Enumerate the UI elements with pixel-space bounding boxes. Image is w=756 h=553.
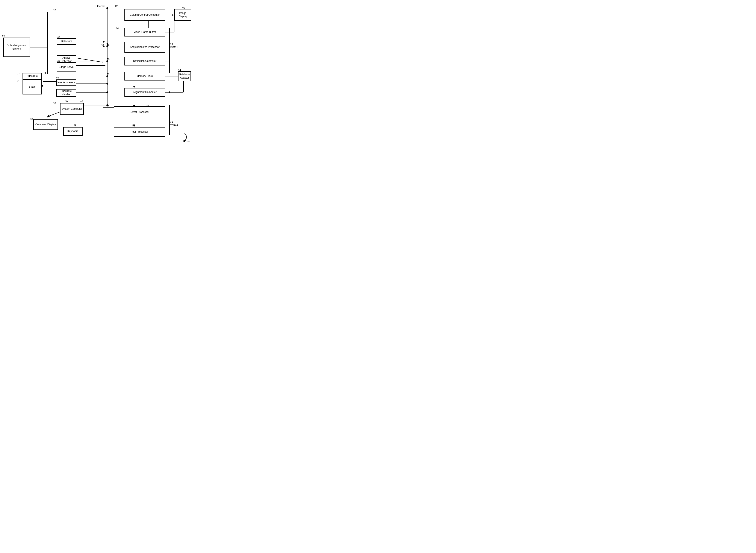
detectors-label: Detectors xyxy=(61,40,72,43)
analog-deflection-label: Analog Deflection xyxy=(57,56,76,63)
defect-ref-21: 21 xyxy=(107,105,109,108)
stage-ref: 24 xyxy=(17,79,19,82)
svg-marker-49 xyxy=(44,72,46,74)
acquisition-pre-label: Acquisition Pre Processor xyxy=(130,46,159,49)
system-computer-label: System Computer xyxy=(62,107,82,111)
image-display-box: Image Display xyxy=(174,9,191,21)
database-adaptor-label: Database Adaptor xyxy=(179,73,190,79)
defl-ref-50: 50 xyxy=(107,58,109,61)
keyboard-label: Keyboard xyxy=(67,130,78,133)
stage-box: Stage xyxy=(22,79,42,94)
computer-display-ref: 38 xyxy=(30,117,33,121)
interferometers-box: Interferometers xyxy=(56,79,76,86)
keyboard-box: Keyboard xyxy=(63,127,83,136)
svg-point-55 xyxy=(106,83,108,85)
svg-marker-40 xyxy=(47,115,50,117)
svg-marker-42 xyxy=(74,125,76,127)
substrate-handler-label: Substrate Handler xyxy=(57,89,76,96)
stage-servo-box: Stage Servo xyxy=(57,62,76,72)
alignment-computer-label: Alignment Computer xyxy=(133,91,157,94)
computer-display-box: Computer Display xyxy=(33,119,58,130)
database-adaptor-ref: 54 xyxy=(178,69,181,72)
column-control-box: Column Control Computer xyxy=(124,9,165,21)
defect-ref-56: 56 xyxy=(146,105,149,108)
svg-point-38 xyxy=(106,91,108,93)
num40-label: 40 xyxy=(80,100,83,103)
ethernet-label: Ethernet xyxy=(95,5,105,8)
acq-ref-30: 30 xyxy=(101,44,104,47)
svg-marker-51 xyxy=(54,81,56,82)
detectors-ref: 32 xyxy=(57,35,60,38)
column-control-label: Column Control Computer xyxy=(130,13,160,17)
column-ref: 20 xyxy=(53,9,56,12)
alignment-computer-box: Alignment Computer xyxy=(124,88,165,97)
post-ref-58: 58 xyxy=(132,124,135,127)
acquisition-pre-box: Acquisition Pre Processor xyxy=(124,42,165,53)
optical-alignment-label: Optical Alignment System xyxy=(4,44,30,51)
video-frame-buffer-label: Video Frame Buffer xyxy=(134,30,156,34)
ethernet-ref: 42 xyxy=(115,5,117,8)
vme2-label: 31 VME 2 xyxy=(170,120,178,126)
substrate-label: Substrate xyxy=(27,75,37,78)
video-frame-buffer-box: Video Frame Buffer xyxy=(124,28,165,36)
computer-display-label: Computer Display xyxy=(35,123,56,126)
diagram: Optical Alignment System 22 Column 20 Su… xyxy=(0,0,193,142)
mem-ref-52: 52 xyxy=(107,73,109,76)
stage-servo-label: Stage Servo xyxy=(60,66,74,69)
database-adaptor-box: Database Adaptor xyxy=(178,71,191,81)
stage-servo-ref: 26 xyxy=(57,60,60,63)
deflection-controller-label: Deflection Controller xyxy=(133,60,157,63)
substrate-box: Substrate xyxy=(22,73,42,79)
svg-line-58 xyxy=(76,58,103,62)
svg-point-30 xyxy=(169,91,170,93)
svg-point-57 xyxy=(106,91,108,93)
image-display-label: Image Display xyxy=(175,12,191,18)
vme1-label: 29 VME 1 xyxy=(170,43,178,49)
svg-marker-71 xyxy=(183,140,186,142)
image-display-ref: 46 xyxy=(182,6,185,9)
memory-block-label: Memory Block xyxy=(137,75,153,78)
keyboard-ref: 40 xyxy=(65,100,68,103)
system-computer-box: System Computer xyxy=(60,103,84,115)
substrate-ref: 57 xyxy=(17,73,19,76)
interferometers-ref: 28 xyxy=(56,77,59,80)
connection-lines xyxy=(0,0,193,142)
optical-alignment-system-box: Optical Alignment System xyxy=(3,37,30,57)
svg-marker-6 xyxy=(172,14,174,16)
detectors-box: Detectors xyxy=(57,38,76,45)
svg-point-19 xyxy=(169,60,170,62)
stage-label: Stage xyxy=(29,85,35,89)
video-frame-buffer-ref: 44 xyxy=(116,27,119,30)
system-computer-ref: 34 xyxy=(53,102,56,105)
defect-processor-box: Defect Processor xyxy=(114,106,165,118)
post-processor-label: Post Processor xyxy=(131,130,148,134)
optical-alignment-ref: 22 xyxy=(2,35,5,38)
substrate-handler-box: Substrate Handler xyxy=(56,89,76,97)
acq-ref-48: 48 xyxy=(107,44,109,47)
svg-point-2 xyxy=(106,7,108,9)
memory-block-box: Memory Block xyxy=(124,72,165,80)
diagram-ref: 10 xyxy=(186,140,190,142)
svg-marker-44 xyxy=(103,41,106,43)
post-processor-box: Post Processor xyxy=(114,127,165,137)
defect-processor-label: Defect Processor xyxy=(129,110,149,114)
deflection-controller-box: Deflection Controller xyxy=(124,57,165,66)
svg-marker-46 xyxy=(103,65,106,66)
interferometers-label: Interferometers xyxy=(58,81,75,84)
